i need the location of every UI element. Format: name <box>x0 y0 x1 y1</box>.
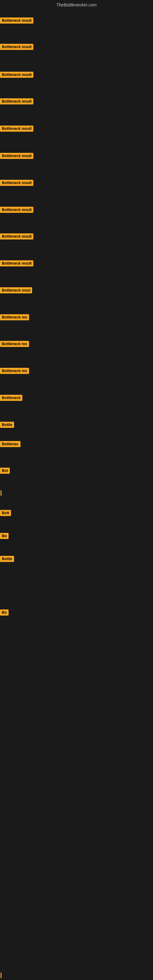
bottleneck-badge-12: Bottleneck res <box>0 314 29 320</box>
result-row-6: Bottleneck result <box>0 153 33 160</box>
bottleneck-badge-13: Bottleneck res <box>0 341 29 347</box>
result-row-15: Bottleneck <box>0 395 22 402</box>
bottleneck-badge-4: Bottleneck result <box>0 98 33 105</box>
bottleneck-badge-21: Bo <box>0 533 9 539</box>
bottleneck-badge-6: Bottleneck result <box>0 153 33 159</box>
bottleneck-badge-1: Bottleneck result <box>0 18 33 24</box>
bottleneck-badge-5: Bottleneck result <box>0 126 33 132</box>
result-row-21: Bo <box>0 533 9 540</box>
bottleneck-badge-23: Bo <box>0 609 9 616</box>
result-row-1: Bottleneck result <box>0 18 33 25</box>
cursor-indicator-24 <box>1 973 2 978</box>
result-row-16: Bottle <box>0 422 14 429</box>
result-row-2: Bottleneck result <box>0 44 33 51</box>
bottleneck-badge-20: Bott <box>0 510 11 516</box>
result-row-22: Bottle <box>0 556 14 563</box>
result-row-20: Bott <box>0 510 11 517</box>
result-row-13: Bottleneck res <box>0 341 29 348</box>
bottleneck-badge-8: Bottleneck result <box>0 207 33 213</box>
result-row-18: Bot <box>0 468 10 475</box>
bottleneck-badge-14: Bottleneck res <box>0 368 29 374</box>
bottleneck-badge-7: Bottleneck result <box>0 180 33 186</box>
result-row-7: Bottleneck result <box>0 180 33 187</box>
bottleneck-badge-2: Bottleneck result <box>0 44 33 50</box>
result-row-17: Bottlenec <box>0 441 21 449</box>
bottleneck-badge-22: Bottle <box>0 556 14 562</box>
bottleneck-badge-16: Bottle <box>0 422 14 428</box>
result-row-10: Bottleneck result <box>0 260 33 268</box>
bottleneck-badge-9: Bottleneck result <box>0 233 33 240</box>
bottleneck-badge-11: Bottleneck resul <box>0 287 32 293</box>
bottleneck-badge-18: Bot <box>0 468 10 474</box>
result-row-9: Bottleneck result <box>0 233 33 241</box>
bottleneck-badge-17: Bottlenec <box>0 441 21 447</box>
result-row-11: Bottleneck resul <box>0 287 32 294</box>
result-row-3: Bottleneck result <box>0 72 33 79</box>
result-row-23: Bo <box>0 609 9 617</box>
result-row-4: Bottleneck result <box>0 98 33 106</box>
result-row-14: Bottleneck res <box>0 368 29 375</box>
bottleneck-badge-15: Bottleneck <box>0 395 22 401</box>
cursor-indicator-19 <box>1 490 2 496</box>
result-row-19 <box>0 490 2 496</box>
bottleneck-badge-3: Bottleneck result <box>0 72 33 78</box>
result-row-8: Bottleneck result <box>0 207 33 214</box>
result-row-12: Bottleneck res <box>0 314 29 321</box>
result-row-5: Bottleneck result <box>0 126 33 133</box>
result-row-24 <box>0 972 2 978</box>
bottleneck-badge-10: Bottleneck result <box>0 260 33 266</box>
site-title: TheBottlenecker.com <box>0 0 153 10</box>
